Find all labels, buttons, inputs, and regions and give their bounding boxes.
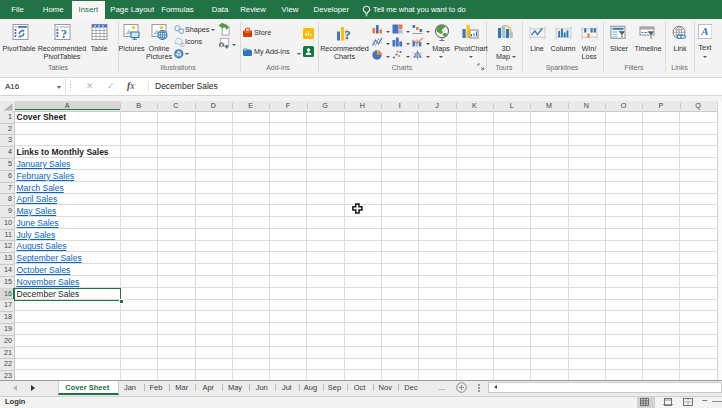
svg-text:A: A xyxy=(700,25,708,37)
svg-text:?: ? xyxy=(344,27,351,42)
svg-text:?: ? xyxy=(61,27,67,41)
